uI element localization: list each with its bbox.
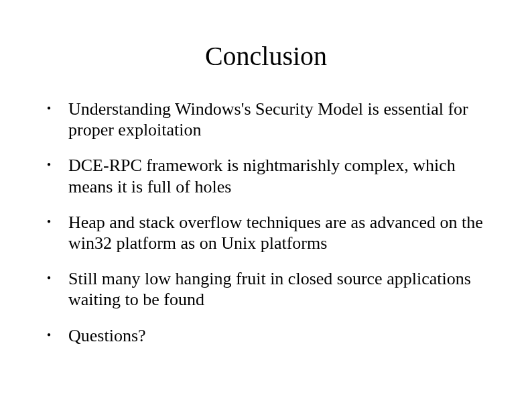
list-item: DCE-RPC framework is nightmarishly compl… [47, 155, 498, 196]
slide-title: Conclusion [34, 40, 498, 72]
bullet-list: Understanding Windows's Security Model i… [47, 99, 498, 346]
list-item: Heap and stack overflow techniques are a… [47, 212, 498, 253]
slide: Conclusion Understanding Windows's Secur… [0, 0, 532, 399]
list-item: Still many low hanging fruit in closed s… [47, 268, 498, 310]
list-item: Understanding Windows's Security Model i… [47, 99, 498, 140]
list-item: Questions? [47, 325, 498, 346]
